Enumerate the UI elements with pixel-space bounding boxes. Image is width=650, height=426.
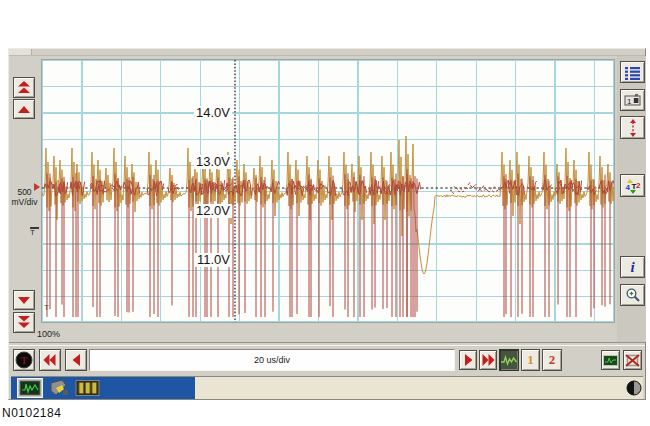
- up-arrow-icon: [17, 105, 31, 114]
- forward-fast-button[interactable]: [479, 350, 497, 370]
- window-top-divider: [9, 55, 645, 56]
- info-button[interactable]: i: [620, 256, 645, 278]
- scroll-down-fast-button[interactable]: [13, 312, 35, 333]
- rewind-fast-button[interactable]: [39, 349, 61, 371]
- mini-scope-icon: [603, 355, 618, 366]
- taskbar: [11, 376, 643, 399]
- voltage-label: 12.0V: [194, 204, 232, 218]
- trigger-t-icon: T: [15, 351, 33, 369]
- waveform-svg: [42, 60, 614, 322]
- plot-area[interactable]: 14.0V 13.0V 12.0V 11.0V T: [41, 59, 615, 323]
- app-battery-tab[interactable]: [75, 378, 101, 398]
- forward-button[interactable]: [459, 350, 477, 370]
- scroll-up-fast-button[interactable]: [13, 77, 35, 98]
- voltage-label: 11.0V: [195, 253, 232, 267]
- scroll-down-button[interactable]: [13, 290, 35, 310]
- timebase-label: 20 us/div: [254, 355, 290, 365]
- oscilloscope-icon: [17, 378, 43, 398]
- menu-list-button[interactable]: [620, 61, 645, 83]
- trigger-button[interactable]: T: [13, 349, 35, 371]
- info-icon: i: [630, 260, 634, 274]
- down-arrow-icon: [17, 296, 31, 305]
- trigger-level-marker[interactable]: T: [30, 227, 39, 237]
- app-tool-tab[interactable]: [47, 378, 71, 398]
- svg-text:4: 4: [625, 183, 630, 192]
- taskbar-active-region: [11, 377, 195, 399]
- svg-text:2: 2: [636, 181, 641, 190]
- trigger-time-marker: T: [44, 304, 49, 312]
- scroll-up-button[interactable]: [13, 99, 35, 119]
- probe-icon: [47, 378, 71, 398]
- delete-x-icon: [625, 354, 640, 367]
- svg-text:T: T: [21, 355, 28, 366]
- trigger-level-t: T: [30, 228, 35, 237]
- contrast-icon: [626, 380, 642, 396]
- divider: [9, 342, 645, 346]
- channel-1-button[interactable]: 1: [521, 349, 540, 371]
- voltage-label: 14.0V: [194, 106, 232, 120]
- zoom-button[interactable]: [620, 284, 645, 306]
- timebase-display: 20 us/div: [89, 349, 455, 371]
- battery-icon: [75, 378, 101, 398]
- camera-icon: 1: [624, 93, 642, 107]
- app-scope-tab[interactable]: [17, 378, 43, 398]
- trigger-setup-button[interactable]: 4T2: [620, 174, 645, 197]
- waveform-icon: [501, 354, 517, 366]
- right-arrow-icon: [464, 354, 473, 366]
- scale-unit: mV/div: [9, 197, 40, 207]
- capture-device-button[interactable]: [601, 350, 620, 370]
- left-arrow-icon: [72, 354, 81, 366]
- channel-2-button[interactable]: 2: [542, 349, 562, 371]
- double-left-arrow-icon: [43, 354, 57, 366]
- double-up-arrow-icon: [17, 81, 31, 94]
- oscilloscope-window: 500 mV/div T 14.0V 13.0V 12.0V 11.0V T 1…: [8, 48, 646, 400]
- zoom-percent-label: 100%: [37, 329, 60, 339]
- figure-id-label: N0102184: [2, 406, 61, 420]
- voltage-label: 13.0V: [194, 155, 232, 169]
- channels-trigger-icon: 4T2: [625, 178, 641, 194]
- list-icon: [624, 65, 641, 80]
- double-right-arrow-icon: [481, 354, 495, 366]
- contrast-control[interactable]: [626, 380, 642, 396]
- channel-marker-icon[interactable]: [34, 183, 40, 191]
- vertical-adjust-button[interactable]: [620, 116, 645, 139]
- rewind-button[interactable]: [65, 349, 87, 371]
- snapshot-button[interactable]: 1: [620, 89, 645, 111]
- close-capture-button[interactable]: [623, 350, 642, 370]
- double-down-arrow-icon: [17, 316, 31, 329]
- live-trace-toggle[interactable]: [499, 349, 519, 371]
- magnifier-icon: [625, 287, 641, 303]
- vertical-marker-icon: [627, 119, 639, 137]
- svg-text:1: 1: [627, 97, 632, 106]
